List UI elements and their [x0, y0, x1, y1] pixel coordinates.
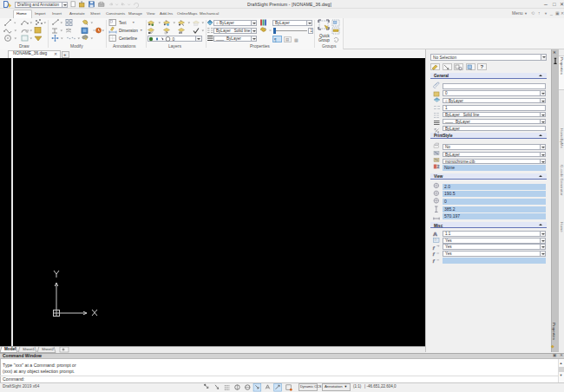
svg-text:f: f	[433, 252, 435, 256]
svg-text:f: f	[433, 258, 435, 263]
svg-text:0: 0	[173, 36, 175, 42]
svg-text:f: f	[433, 245, 435, 250]
svg-text:A: A	[433, 231, 437, 237]
svg-text:2: 2	[437, 164, 440, 169]
